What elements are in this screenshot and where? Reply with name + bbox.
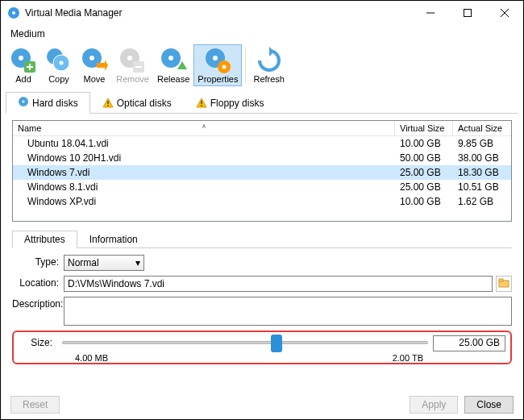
remove-button: Remove <box>112 44 153 86</box>
footer: Reset Apply Close <box>1 390 523 419</box>
svg-point-29 <box>107 105 109 106</box>
column-name[interactable]: Name∧ <box>13 121 395 135</box>
svg-point-13 <box>60 61 64 65</box>
svg-point-17 <box>127 56 132 60</box>
sort-indicator-icon: ∧ <box>202 123 206 130</box>
list-header: Name∧ Virtual Size Actual Size <box>13 121 511 136</box>
tab-floppy-disks[interactable]: Floppy disks <box>184 92 277 114</box>
type-select[interactable]: Normal ▾ <box>64 255 144 271</box>
move-button[interactable]: Move <box>77 44 112 86</box>
description-input[interactable] <box>64 297 512 326</box>
svg-rect-3 <box>464 10 472 17</box>
svg-point-23 <box>213 56 218 60</box>
titlebar: Virtual Media Manager <box>1 1 523 25</box>
remove-label: Remove <box>116 74 149 84</box>
menu-medium[interactable]: Medium <box>7 27 48 41</box>
toolbar: Add Copy Move Remove Release Properties … <box>1 43 523 91</box>
refresh-label: Refresh <box>253 74 285 84</box>
copy-label: Copy <box>48 74 69 84</box>
reset-button: Reset <box>10 396 60 414</box>
tab-optical-label: Optical disks <box>117 98 172 109</box>
browse-location-button[interactable] <box>496 276 512 292</box>
location-input[interactable] <box>64 276 493 292</box>
move-disk-icon <box>81 47 108 74</box>
tab-hard-label: Hard disks <box>32 98 78 109</box>
copy-disk-icon <box>45 47 73 74</box>
size-max-label: 2.00 TB <box>393 353 423 363</box>
add-disk-icon <box>10 47 37 74</box>
size-value[interactable]: 25.00 GB <box>433 335 505 351</box>
tab-attributes[interactable]: Attributes <box>12 231 77 248</box>
attribute-tabs: Attributes Information <box>12 230 512 248</box>
svg-point-15 <box>89 56 94 60</box>
table-row[interactable]: Windows 10 20H1.vdi50.00 GB38.00 GB <box>13 151 511 165</box>
svg-point-21 <box>168 56 173 60</box>
svg-rect-33 <box>499 279 503 281</box>
warning-icon <box>102 98 114 109</box>
media-type-tabs: Hard disks Optical disks Floppy disks <box>6 91 518 114</box>
svg-point-7 <box>19 56 23 60</box>
slider-thumb[interactable] <box>271 335 282 352</box>
location-label: Location: <box>12 276 64 289</box>
media-list: Name∧ Virtual Size Actual Size Ubuntu 18… <box>12 120 512 222</box>
table-row[interactable]: Ubuntu 18.04.1.vdi10.00 GB9.85 GB <box>13 136 511 151</box>
app-icon <box>7 6 20 19</box>
table-row[interactable]: Windows XP.vdi10.00 GB1.62 GB <box>13 194 511 209</box>
toolbar-separator <box>245 48 246 83</box>
close-button[interactable] <box>486 1 523 25</box>
hard-disk-icon <box>18 96 29 110</box>
tab-optical-disks[interactable]: Optical disks <box>90 92 184 114</box>
size-highlight: Size: 25.00 GB 4.00 MB 2.00 TB <box>12 331 512 364</box>
table-row[interactable]: Windows 8.1.vdi25.00 GB10.51 GB <box>13 180 511 194</box>
apply-button: Apply <box>410 396 458 414</box>
folder-icon <box>498 277 509 291</box>
release-label: Release <box>157 74 189 84</box>
column-actual-size[interactable]: Actual Size <box>453 121 511 135</box>
menubar: Medium <box>1 25 523 43</box>
properties-label: Properties <box>198 74 238 84</box>
add-button[interactable]: Add <box>6 44 41 86</box>
remove-disk-icon <box>119 47 146 74</box>
size-min-label: 4.00 MB <box>75 353 108 363</box>
size-slider[interactable] <box>62 335 428 351</box>
table-row[interactable]: Windows 7.vdi25.00 GB18.30 GB <box>13 165 511 180</box>
tab-floppy-label: Floppy disks <box>210 98 264 109</box>
size-label: Size: <box>19 335 57 348</box>
release-disk-icon <box>160 47 187 74</box>
tab-hard-disks[interactable]: Hard disks <box>6 92 90 114</box>
tab-information[interactable]: Information <box>77 231 150 248</box>
add-label: Add <box>15 74 31 84</box>
svg-point-1 <box>12 11 15 15</box>
close-button-footer[interactable]: Close <box>464 396 514 414</box>
type-label: Type: <box>12 255 64 268</box>
refresh-icon <box>256 47 283 74</box>
copy-button[interactable]: Copy <box>41 44 77 86</box>
warning-icon <box>196 98 207 109</box>
svg-point-27 <box>23 101 25 103</box>
window-title: Virtual Media Manager <box>25 7 412 19</box>
properties-disk-icon <box>204 47 231 74</box>
svg-point-25 <box>222 65 227 69</box>
attributes-form: Type: Normal ▾ Location: Description: Si… <box>12 255 512 364</box>
slider-track <box>62 341 428 344</box>
move-label: Move <box>84 74 106 84</box>
minimize-button[interactable] <box>412 1 449 25</box>
column-virtual-size[interactable]: Virtual Size <box>395 121 453 135</box>
release-button[interactable]: Release <box>153 44 193 86</box>
description-label: Description: <box>12 297 64 310</box>
chevron-down-icon: ▾ <box>135 257 140 268</box>
refresh-button[interactable]: Refresh <box>249 44 289 86</box>
svg-point-31 <box>201 105 202 106</box>
properties-button[interactable]: Properties <box>193 44 242 86</box>
maximize-button[interactable] <box>449 1 486 25</box>
